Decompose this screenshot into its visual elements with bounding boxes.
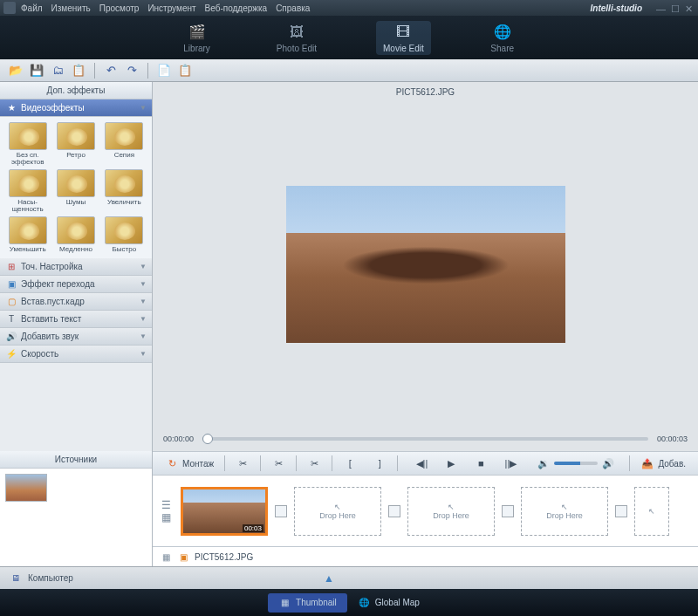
chevron-down-icon: ▼ (140, 280, 147, 288)
sources-header: Источники (0, 451, 152, 469)
menu-edit[interactable]: Изменить (51, 3, 91, 13)
paste-button[interactable]: 📋 (176, 62, 194, 79)
timeline-thumb[interactable] (202, 434, 213, 444)
chevron-down-icon: ▼ (140, 315, 147, 323)
volume-slider[interactable] (554, 462, 598, 465)
global-map-tab[interactable]: 🌐Global Map (347, 593, 430, 613)
edit-bar: ↻Монтаж ✂ ✂ ✂ [ ] ◀|| ▶ ■ ||▶ 🔉 🔊 📤Добав… (153, 451, 698, 476)
timeline-track[interactable] (202, 437, 648, 441)
clip-duration: 00:03 (243, 524, 263, 532)
preview-image (286, 186, 565, 343)
mode-photo-edit[interactable]: 🖼Photo Edit (270, 21, 324, 55)
mode-library[interactable]: 🎬Library (176, 21, 217, 55)
thumbnail-icon: ▦ (278, 597, 291, 609)
maximize-button[interactable]: ☐ (671, 3, 680, 15)
chevron-down-icon: ▼ (140, 332, 147, 340)
source-thumbnail[interactable] (5, 474, 47, 502)
stop-button[interactable]: ■ (469, 455, 493, 472)
footer-bar: ▦Thumbnail 🌐Global Map (0, 589, 698, 616)
cut-button[interactable]: ✂ (266, 455, 291, 472)
menu-file[interactable]: Файл (21, 3, 43, 13)
transition-slot[interactable] (615, 505, 627, 517)
effect-item[interactable]: Ретро (53, 122, 98, 166)
mode-share[interactable]: 🌐Share (483, 21, 522, 55)
arrow-icon: ↖ (648, 507, 655, 516)
mark-out-button[interactable]: ] (367, 455, 392, 472)
step-back-icon: ◀|| (414, 456, 428, 470)
clip-item[interactable]: 00:03 (181, 487, 268, 536)
drop-zone[interactable]: ↖ (634, 487, 669, 536)
cut-left-button[interactable]: ✂ (230, 455, 255, 472)
section-speed[interactable]: ⚡Скорость▼ (0, 346, 152, 363)
section-add-sound[interactable]: 🔊Добавить звук▼ (0, 328, 152, 346)
volume-low-icon: 🔉 (537, 456, 551, 470)
section-insert-text[interactable]: TВставить текст▼ (0, 311, 152, 328)
drop-zone[interactable]: ↖Drop Here (521, 487, 608, 536)
effect-item[interactable]: Насы- щенность (5, 169, 50, 213)
copy-button[interactable]: 📄 (155, 62, 173, 79)
save-button[interactable]: 💾 (28, 62, 45, 79)
save-all-button[interactable]: 🗂 (49, 62, 66, 79)
montage-button[interactable]: ↻Монтаж (160, 455, 219, 472)
effect-item[interactable]: Медленно (53, 216, 98, 253)
effect-item[interactable]: Шумы (53, 169, 98, 213)
refresh-icon: ↻ (165, 456, 179, 470)
export-button[interactable]: 📋 (70, 62, 87, 79)
sidebar-header: Доп. эффекты (0, 82, 152, 99)
menu-tool[interactable]: Инструмент (147, 3, 195, 13)
effect-item[interactable]: Без сп. эффектов (5, 122, 50, 166)
volume-control: 🔉 🔊 (537, 456, 615, 470)
play-button[interactable]: ▶ (439, 455, 463, 472)
timeline-strip: ☰▦ 00:03 ↖Drop Here ↖Drop Here ↖Drop Her… (153, 476, 698, 547)
arrow-icon: ↖ (334, 503, 341, 511)
mode-movie-edit[interactable]: 🎞Movie Edit (376, 21, 431, 55)
redo-button[interactable]: ↷ (123, 62, 140, 79)
effect-item[interactable]: Сепия (102, 122, 147, 166)
menu-help[interactable]: Справка (276, 3, 310, 13)
sources-area (0, 469, 152, 567)
step-forward-icon: ||▶ (503, 456, 517, 470)
expand-arrow-icon[interactable]: ▲ (324, 572, 334, 585)
open-button[interactable]: 📂 (7, 62, 24, 79)
scissors-icon: ✂ (271, 456, 285, 470)
chevron-down-icon: ▼ (140, 263, 147, 270)
bracket-right-icon: ] (373, 456, 387, 470)
bottom-bar: 🖥 Компьютер ▲ (0, 566, 698, 589)
share-icon: 🌐 (490, 23, 515, 42)
cut-right-button[interactable]: ✂ (302, 455, 326, 472)
mark-in-button[interactable]: [ (338, 455, 362, 472)
effect-item[interactable]: Увеличить (102, 169, 147, 213)
computer-label[interactable]: Компьютер (28, 573, 73, 583)
undo-button[interactable]: ↶ (102, 62, 120, 79)
effect-thumb (9, 169, 47, 197)
section-insert-blank[interactable]: ▢Встав.пуст.кадр▼ (0, 293, 152, 311)
main-menu: Файл Изменить Просмотр Инструмент Веб-по… (21, 3, 310, 13)
drop-zone[interactable]: ↖Drop Here (407, 487, 495, 536)
effect-thumb (9, 216, 47, 244)
transition-slot[interactable] (388, 505, 400, 517)
effect-thumb (9, 122, 47, 150)
transition-slot[interactable] (275, 505, 287, 517)
effect-item[interactable]: Быстро (102, 216, 147, 253)
step-forward-button[interactable]: ||▶ (498, 455, 523, 472)
thumbnail-tab[interactable]: ▦Thumbnail (268, 593, 347, 613)
transition-slot[interactable] (502, 505, 514, 517)
add-button[interactable]: 📤Добав. (635, 455, 691, 472)
effect-item[interactable]: Уменьшить (5, 216, 50, 253)
section-video-effects[interactable]: ★Видеоэффекты▼ (0, 99, 152, 117)
chevron-down-icon: ▼ (140, 104, 147, 112)
grid-icon[interactable]: ▦ (160, 551, 172, 563)
step-back-button[interactable]: ◀|| (409, 455, 434, 472)
drop-zone[interactable]: ↖Drop Here (294, 487, 381, 536)
clip-filename: PICT5612.JPG (195, 552, 253, 562)
close-button[interactable]: ✕ (685, 3, 693, 15)
menu-web[interactable]: Веб-поддержка (205, 3, 268, 13)
globe-icon: 🌐 (358, 597, 370, 609)
photo-edit-icon: 🖼 (284, 23, 309, 42)
strip-tools[interactable]: ☰▦ (158, 496, 174, 527)
section-fine-tune[interactable]: ⊞Точ. Настройка▼ (0, 258, 152, 276)
minimize-button[interactable]: — (656, 3, 666, 15)
section-transition[interactable]: ▣Эффект перехода▼ (0, 276, 152, 293)
menu-view[interactable]: Просмотр (99, 3, 140, 13)
strip-label-row: ▦ ▣ PICT5612.JPG (153, 547, 698, 566)
